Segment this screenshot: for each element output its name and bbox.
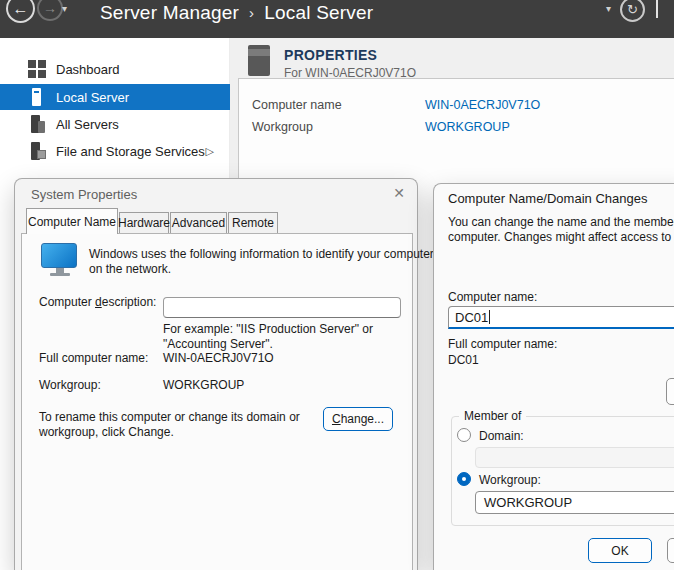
intro-text: on the network. bbox=[89, 262, 171, 276]
refresh-button[interactable]: ↻ bbox=[620, 0, 645, 22]
tab-label: Remote bbox=[232, 216, 274, 230]
tab-label: Computer Name bbox=[28, 215, 116, 229]
domain-changes-dialog: Computer Name/Domain Changes You can cha… bbox=[433, 183, 674, 570]
workgroup-value: WORKGROUP bbox=[163, 378, 244, 392]
sidebar-item-label: Dashboard bbox=[56, 62, 120, 77]
title-bar: ← → ▾ Server Manager › Local Server ▾ ↻ bbox=[0, 0, 674, 38]
computer-name-input[interactable]: DC01 bbox=[448, 306, 674, 329]
close-icon[interactable]: ✕ bbox=[393, 185, 405, 201]
workgroup-radio-label[interactable]: Workgroup: bbox=[479, 473, 541, 487]
server-icon bbox=[28, 88, 46, 106]
computer-description-label: Computer description: bbox=[39, 295, 156, 309]
monitor-icon bbox=[41, 243, 79, 279]
servers-stack-icon bbox=[28, 115, 46, 133]
forward-icon: → bbox=[43, 0, 57, 16]
back-button[interactable]: ← bbox=[6, 0, 35, 23]
member-of-label: Member of bbox=[459, 409, 526, 423]
workgroup-label: Workgroup: bbox=[39, 378, 101, 392]
example-text: "Accounting Server". bbox=[163, 337, 273, 351]
computer-name-link[interactable]: WIN-0AECRJ0V71O bbox=[425, 98, 540, 112]
breadcrumb: Server Manager › Local Server bbox=[100, 0, 373, 27]
properties-title: PROPERTIES bbox=[284, 47, 377, 63]
computer-name-label: Computer name: bbox=[448, 290, 537, 304]
full-computer-name-value: DC01 bbox=[448, 353, 479, 367]
full-computer-name-label: Full computer name: bbox=[448, 337, 557, 351]
tab-page bbox=[21, 233, 413, 570]
tab-remote[interactable]: Remote bbox=[228, 212, 278, 233]
back-icon: ← bbox=[13, 0, 29, 18]
sidebar-item-dashboard[interactable]: Dashboard bbox=[0, 56, 230, 82]
dialog-title: Computer Name/Domain Changes bbox=[448, 191, 647, 206]
intro-text: You can change the name and the membersh… bbox=[448, 215, 674, 229]
full-computer-name-label: Full computer name: bbox=[39, 351, 148, 365]
rename-hint-text: To rename this computer or change its do… bbox=[39, 410, 300, 424]
property-label: Computer name bbox=[252, 98, 342, 112]
notifications-flag-icon[interactable] bbox=[656, 0, 658, 18]
dialog-title: System Properties bbox=[31, 187, 137, 202]
workgroup-input[interactable]: WORKGROUP bbox=[475, 491, 674, 514]
breadcrumb-root[interactable]: Server Manager bbox=[100, 2, 239, 24]
workgroup-input-value: WORKGROUP bbox=[484, 495, 572, 510]
server-caret-icon[interactable]: ▾ bbox=[606, 3, 611, 14]
property-label: Workgroup bbox=[252, 120, 313, 134]
cancel-button[interactable] bbox=[667, 538, 674, 563]
tab-label: Advanced bbox=[172, 216, 225, 230]
properties-server-icon bbox=[248, 45, 270, 76]
server-manager-window: ← → ▾ Server Manager › Local Server ▾ ↻ … bbox=[0, 0, 674, 570]
expand-arrow-icon[interactable]: ▷ bbox=[206, 145, 214, 158]
change-button-label: Change... bbox=[332, 412, 384, 426]
full-computer-name-value: WIN-0AECRJ0V71O bbox=[163, 351, 274, 365]
sidebar-item-file-storage-services[interactable]: File and Storage Services ▷ bbox=[0, 138, 230, 164]
workgroup-radio[interactable] bbox=[457, 472, 471, 486]
sidebar-item-label: Local Server bbox=[56, 90, 129, 105]
forward-button[interactable]: → bbox=[37, 0, 63, 21]
sidebar-item-label: File and Storage Services bbox=[56, 144, 205, 159]
computer-name-value: DC01 bbox=[455, 310, 488, 325]
more-button[interactable] bbox=[666, 378, 674, 405]
computer-description-input[interactable] bbox=[163, 297, 401, 318]
tab-advanced[interactable]: Advanced bbox=[170, 212, 227, 233]
sidebar-item-label: All Servers bbox=[56, 117, 119, 132]
tab-computer-name[interactable]: Computer Name bbox=[26, 208, 118, 234]
intro-text: computer. Changes might affect access to… bbox=[448, 230, 674, 244]
system-properties-dialog: System Properties ✕ Computer Name Hardwa… bbox=[14, 178, 418, 570]
domain-input[interactable] bbox=[475, 447, 674, 468]
tab-hardware[interactable]: Hardware bbox=[119, 212, 169, 233]
workgroup-link[interactable]: WORKGROUP bbox=[425, 120, 510, 134]
file-storage-icon bbox=[28, 142, 46, 160]
refresh-icon: ↻ bbox=[627, 2, 638, 17]
rename-hint-text: workgroup, click Change. bbox=[39, 425, 174, 439]
sidebar-item-all-servers[interactable]: All Servers bbox=[0, 111, 230, 137]
sidebar-item-local-server[interactable]: Local Server bbox=[0, 84, 230, 110]
text-caret bbox=[489, 310, 490, 324]
ok-button-label: OK bbox=[611, 544, 628, 558]
change-button[interactable]: Change... bbox=[323, 407, 393, 431]
breadcrumb-current[interactable]: Local Server bbox=[264, 2, 373, 24]
example-text: For example: "IIS Production Server" or bbox=[163, 322, 373, 336]
dashboard-icon bbox=[28, 60, 46, 78]
intro-text: Windows uses the following information t… bbox=[89, 247, 434, 261]
nav-history-caret-icon[interactable]: ▾ bbox=[62, 3, 67, 14]
ok-button[interactable]: OK bbox=[588, 538, 652, 563]
domain-radio[interactable] bbox=[457, 428, 471, 442]
breadcrumb-separator-icon: › bbox=[249, 4, 254, 21]
properties-subtitle: For WIN-0AECRJ0V71O bbox=[284, 66, 416, 80]
domain-radio-label[interactable]: Domain: bbox=[479, 429, 524, 443]
tab-label: Hardware bbox=[118, 216, 170, 230]
